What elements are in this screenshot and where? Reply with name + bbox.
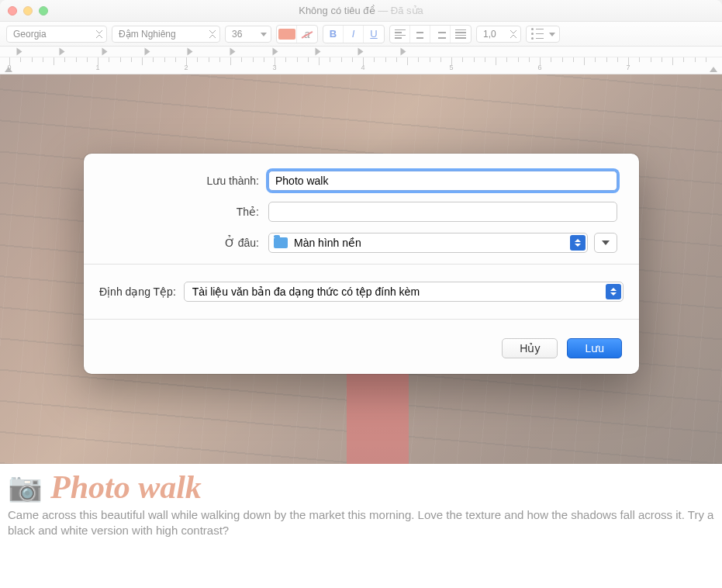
save-as-label: Lưu thành: [105,175,268,187]
chevron-down-icon [602,240,610,245]
where-label: Ở đâu: [105,237,268,249]
save-label: Lưu [585,342,604,355]
save-dialog: Lưu thành: Thẻ: Ở đâu: Màn hình nền [84,154,639,374]
select-stepper-icon [606,284,621,299]
folder-icon [274,237,288,248]
expand-save-dialog-button[interactable] [594,233,617,253]
dialog-separator [84,264,639,265]
dialog-separator [84,319,639,320]
file-format-value: Tài liệu văn bản đa dạng thức có tệp đín… [192,285,420,298]
where-value: Màn hình nền [294,237,361,249]
cancel-label: Hủy [520,342,540,355]
cancel-button[interactable]: Hủy [502,338,558,358]
tags-label: Thẻ: [105,206,268,218]
save-button[interactable]: Lưu [567,338,622,358]
file-format-label: Định dạng Tệp: [99,285,176,298]
select-stepper-icon [570,235,586,251]
file-format-select[interactable]: Tài liệu văn bản đa dạng thức có tệp đín… [184,282,624,302]
where-select[interactable]: Màn hình nền [268,233,588,253]
app-window: Không có tiêu đề — Đã sửa Georgia Đậm Ng… [0,0,722,588]
tags-input[interactable] [268,202,617,222]
save-as-input[interactable] [268,171,617,191]
